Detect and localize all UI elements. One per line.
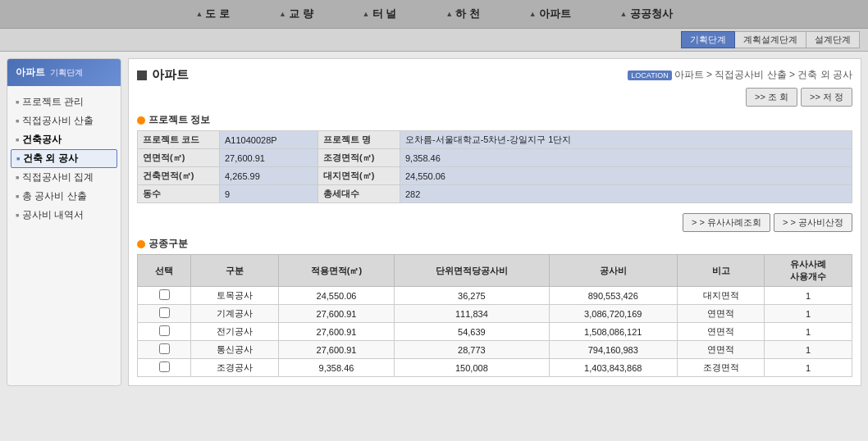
row-select-1[interactable] — [138, 305, 191, 323]
col-unit-cost: 단위면적당공사비 — [394, 255, 549, 287]
row-checkbox-2[interactable] — [159, 325, 170, 336]
sidebar-title: 아파트 — [16, 66, 45, 80]
row-count-0: 1 — [765, 287, 852, 305]
nav-tunnel[interactable]: 터 널 — [363, 7, 397, 21]
breadcrumb: LOCATION 아파트 > 직접공사비 산출 > 건축 외 공사 — [628, 68, 852, 82]
col-select: 선택 — [138, 255, 191, 287]
project-info-table: 프로젝트 코드 A11040028P 프로젝트 명 오차름-서울대학교-5차년-… — [137, 130, 852, 203]
field-value-floor-area: 27,600.91 — [220, 149, 318, 167]
stage-design[interactable]: 설계단계 — [806, 31, 860, 48]
table-row: 토목공사 24,550.06 36,275 890,553,426 대지면적 1 — [138, 287, 852, 305]
col-total-cost: 공사비 — [549, 255, 677, 287]
page-title: 아파트 — [152, 67, 189, 83]
cost-calc-button[interactable]: > 공사비산정 — [774, 213, 852, 232]
nav-apartment[interactable]: 아파트 — [529, 7, 571, 21]
search-button[interactable]: >> 조 회 — [746, 88, 797, 107]
row-unit-cost-0: 36,275 — [394, 287, 549, 305]
sidebar-item-cost-detail[interactable]: 공사비 내역서 — [7, 206, 121, 225]
field-label-building-area: 건축면적(㎡) — [138, 167, 220, 185]
sidebar-item-direct-summary[interactable]: 직접공사비 집계 — [7, 168, 121, 187]
nav-bridge[interactable]: 교 량 — [279, 7, 313, 21]
field-label-floor-area: 연면적(㎡) — [138, 149, 220, 167]
row-category-1: 기계공사 — [191, 305, 279, 323]
field-value-land-area: 24,550.06 — [400, 167, 852, 185]
secondary-action-bar: > 유사사례조회 > 공사비산정 — [137, 213, 852, 232]
table-row: 프로젝트 코드 A11040028P 프로젝트 명 오차름-서울대학교-5차년-… — [138, 131, 852, 149]
field-label-name: 프로젝트 명 — [318, 131, 400, 149]
sidebar: 아파트 기획단계 프로젝트 관리 직접공사비 산출 건축공사 건축 외 공사 직… — [7, 58, 121, 386]
row-count-2: 1 — [765, 323, 852, 341]
field-label-code: 프로젝트 코드 — [138, 131, 220, 149]
save-button[interactable]: >> 저 정 — [801, 88, 852, 107]
row-remark-0: 대지면적 — [677, 287, 765, 305]
field-label-total-units: 총세대수 — [318, 185, 400, 203]
sidebar-subtitle: 기획단계 — [50, 67, 83, 79]
stage-schematic[interactable]: 계획설계단계 — [735, 31, 806, 48]
sidebar-menu: 프로젝트 관리 직접공사비 산출 건축공사 건축 외 공사 직접공사비 집계 총… — [7, 86, 121, 231]
table-row: 기계공사 27,600.91 111,834 3,086,720,169 연면적… — [138, 305, 852, 323]
page-title-bar: 아파트 LOCATION 아파트 > 직접공사비 산출 > 건축 외 공사 — [137, 67, 852, 83]
table-row: 전기공사 27,600.91 54,639 1,508,086,121 연면적 … — [138, 323, 852, 341]
row-total-cost-2: 1,508,086,121 — [549, 323, 677, 341]
row-select-0[interactable] — [138, 287, 191, 305]
sidebar-item-project-management[interactable]: 프로젝트 관리 — [7, 93, 121, 111]
project-section-icon — [137, 116, 145, 125]
sidebar-item-other-construction[interactable]: 건축 외 공사 — [11, 149, 117, 168]
field-label-landscape-area: 조경면적(㎡) — [318, 149, 400, 167]
construction-section-header: 공종구분 — [137, 237, 852, 251]
field-value-total-units: 282 — [400, 185, 852, 203]
table-row: 통신공사 27,600.91 28,773 794,160,983 연면적 1 — [138, 341, 852, 359]
nav-road[interactable]: 도 로 — [195, 7, 230, 21]
row-category-4: 조경공사 — [191, 359, 279, 377]
row-select-2[interactable] — [138, 323, 191, 341]
table-row: 연면적(㎡) 27,600.91 조경면적(㎡) 9,358.46 — [138, 149, 852, 167]
sidebar-header: 아파트 기획단계 — [7, 59, 121, 86]
col-category: 구분 — [191, 255, 279, 287]
field-label-land-area: 대지면적(㎡) — [318, 167, 400, 185]
col-count: 유사사례 사용개수 — [765, 255, 852, 287]
row-area-0: 24,550.06 — [279, 287, 395, 305]
stage-planning[interactable]: 기획단계 — [681, 31, 735, 48]
construction-section-icon — [137, 240, 145, 248]
stage-bar: 기획단계 계획설계단계 설계단계 — [0, 29, 868, 52]
row-total-cost-0: 890,553,426 — [549, 287, 677, 305]
construction-section-title: 공종구분 — [148, 237, 188, 251]
row-category-0: 토목공사 — [191, 287, 279, 305]
field-value-landscape-area: 9,358.46 — [400, 149, 852, 167]
sidebar-item-total-cost[interactable]: 총 공사비 산출 — [7, 187, 121, 206]
row-total-cost-1: 3,086,720,169 — [549, 305, 677, 323]
similar-case-button[interactable]: > 유사사례조회 — [683, 213, 770, 232]
field-value-building-area: 4,265.99 — [220, 167, 318, 185]
col-remark: 비고 — [677, 255, 765, 287]
row-area-2: 27,600.91 — [279, 323, 395, 341]
sidebar-item-direct-cost[interactable]: 직접공사비 산출 — [7, 111, 121, 130]
row-unit-cost-1: 111,834 — [394, 305, 549, 323]
row-remark-2: 연면적 — [677, 323, 765, 341]
row-select-3[interactable] — [138, 341, 191, 359]
location-label: LOCATION — [628, 70, 671, 80]
project-section-title: 프로젝트 정보 — [148, 113, 210, 127]
nav-public[interactable]: 공공청사 — [620, 7, 673, 21]
field-value-name: 오차름-서울대학교-5차년-강일지구 1단지 — [400, 131, 852, 149]
sidebar-item-construction[interactable]: 건축공사 — [7, 130, 121, 149]
row-count-3: 1 — [765, 341, 852, 359]
breadcrumb-text: 아파트 > 직접공사비 산출 > 건축 외 공사 — [674, 68, 852, 82]
row-select-4[interactable] — [138, 359, 191, 377]
page-title-icon — [137, 70, 147, 80]
row-area-4: 9,358.46 — [279, 359, 395, 377]
table-header-row: 선택 구분 적용면적(㎡) 단위면적당공사비 공사비 비고 유사사례 사용개수 — [138, 255, 852, 287]
row-checkbox-0[interactable] — [159, 289, 170, 300]
row-count-1: 1 — [765, 305, 852, 323]
row-checkbox-4[interactable] — [159, 361, 170, 372]
field-label-buildings: 동수 — [138, 185, 220, 203]
field-value-code: A11040028P — [220, 131, 318, 149]
row-unit-cost-3: 28,773 — [394, 341, 549, 359]
project-section-header: 프로젝트 정보 — [137, 113, 852, 127]
table-row: 건축면적(㎡) 4,265.99 대지면적(㎡) 24,550.06 — [138, 167, 852, 185]
top-navigation: 도 로 교 량 터 널 하 천 아파트 공공청사 — [0, 0, 868, 29]
row-area-1: 27,600.91 — [279, 305, 395, 323]
row-checkbox-3[interactable] — [159, 343, 170, 354]
nav-river[interactable]: 하 천 — [445, 7, 480, 21]
row-checkbox-1[interactable] — [159, 307, 170, 318]
row-unit-cost-2: 54,639 — [394, 323, 549, 341]
